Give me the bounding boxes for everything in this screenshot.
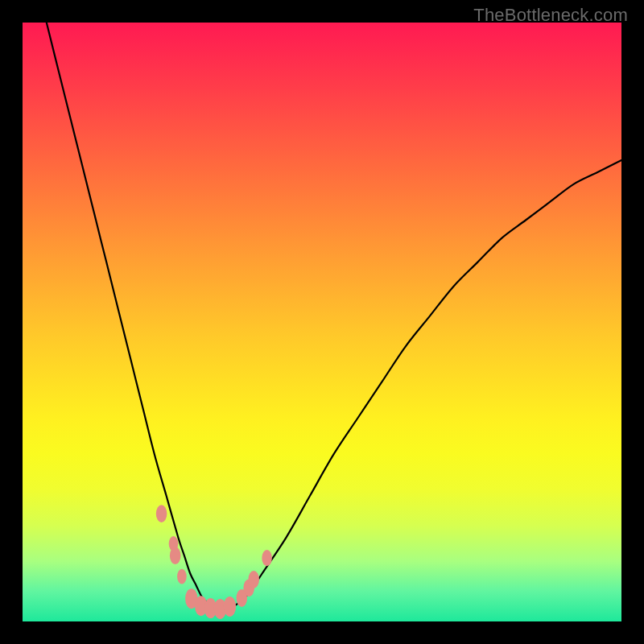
curve-marker — [248, 571, 259, 588]
plot-area — [23, 23, 621, 621]
chart-svg — [23, 23, 621, 621]
curve-marker — [170, 547, 181, 564]
curve-marker — [177, 569, 187, 584]
watermark-text: TheBottleneck.com — [473, 5, 628, 26]
curve-marker — [156, 505, 167, 522]
bottleneck-curve — [47, 23, 621, 610]
curve-marker — [224, 597, 236, 617]
curve-marker — [262, 550, 272, 566]
chart-frame: TheBottleneck.com — [0, 0, 644, 644]
